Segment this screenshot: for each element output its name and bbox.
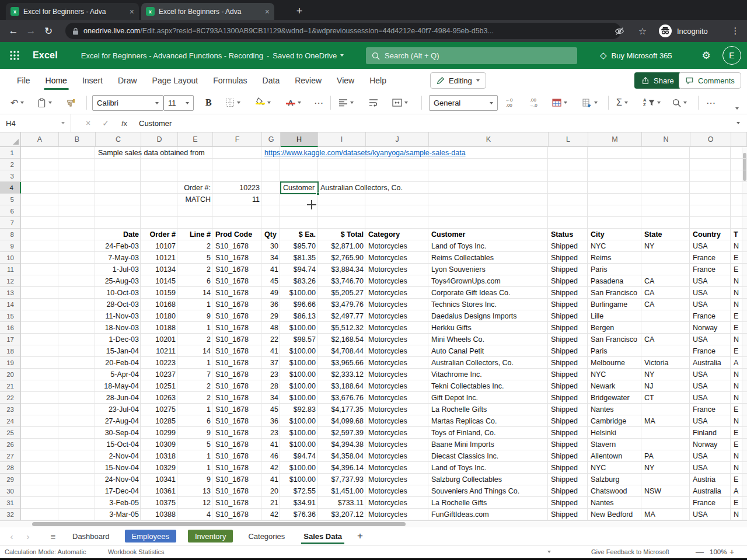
new-tab-button[interactable]: +: [292, 4, 307, 19]
table-cell[interactable]: 2: [178, 240, 213, 252]
table-cell[interactable]: $2,871.00: [318, 240, 366, 252]
close-tab-icon[interactable]: ×: [130, 7, 134, 16]
table-cell[interactable]: 10329: [141, 462, 178, 474]
table-cell[interactable]: A: [731, 357, 747, 369]
table-header-t[interactable]: T: [731, 229, 747, 240]
table-cell[interactable]: 10180: [141, 310, 178, 322]
share-button[interactable]: Share: [634, 72, 681, 89]
table-cell[interactable]: Vitachrome Inc.: [429, 369, 549, 380]
table-cell[interactable]: 34: [262, 392, 281, 404]
table-cell[interactable]: S10_1678: [213, 392, 262, 404]
table-cell[interactable]: 2: [178, 334, 213, 345]
table-header-category[interactable]: Category: [366, 229, 429, 240]
table-cell[interactable]: Shipped: [549, 380, 588, 392]
table-cell[interactable]: N: [731, 415, 747, 427]
table-cell[interactable]: Bridgewater: [588, 392, 642, 404]
table-cell[interactable]: France: [690, 264, 731, 275]
table-cell[interactable]: 9: [178, 427, 213, 439]
eye-slash-icon[interactable]: [612, 23, 627, 39]
table-cell[interactable]: Newark: [588, 380, 642, 392]
browser-tab-2[interactable]: x Excel for Beginners - Adva ×: [141, 3, 274, 20]
table-cell[interactable]: Shipped: [549, 275, 588, 287]
table-header-city[interactable]: City: [588, 229, 642, 240]
spreadsheet-cell-E4[interactable]: Order #:: [178, 182, 213, 194]
table-cell[interactable]: 5: [178, 439, 213, 450]
table-cell[interactable]: 10309: [141, 439, 178, 450]
sheet-tab-employees[interactable]: Employees: [125, 530, 176, 542]
column-header-J[interactable]: J: [366, 132, 429, 147]
table-cell[interactable]: Auto Canal Petit: [429, 345, 549, 357]
table-cell[interactable]: Shipped: [549, 392, 588, 404]
table-cell[interactable]: S10_1678: [213, 439, 262, 450]
table-cell[interactable]: S10_1678: [213, 450, 262, 462]
table-cell[interactable]: 10188: [141, 322, 178, 334]
table-cell[interactable]: $4,394.38: [318, 439, 366, 450]
table-cell[interactable]: Paris: [588, 345, 642, 357]
table-cell[interactable]: Australia: [690, 485, 731, 497]
column-header-E[interactable]: E: [178, 132, 213, 147]
fill-color-button[interactable]: [256, 92, 271, 114]
column-header-O[interactable]: O: [690, 132, 731, 147]
table-cell[interactable]: 10388: [141, 509, 178, 520]
column-header-A[interactable]: A: [21, 132, 59, 147]
table-cell[interactable]: 30: [262, 240, 281, 252]
table-cell[interactable]: NY: [642, 240, 690, 252]
table-cell[interactable]: $98.57: [281, 334, 318, 345]
table-cell[interactable]: 10201: [141, 334, 178, 345]
table-cell[interactable]: Stavern: [588, 439, 642, 450]
previous-sheet-icon[interactable]: ‹: [4, 531, 20, 541]
table-cell[interactable]: N: [731, 287, 747, 299]
table-cell[interactable]: Motorcycles: [366, 450, 429, 462]
table-cell[interactable]: $3,479.76: [318, 299, 366, 310]
table-cell[interactable]: 6: [178, 275, 213, 287]
horizontal-scrollbar-thumb[interactable]: [32, 522, 406, 526]
table-cell[interactable]: $81.35: [281, 252, 318, 264]
table-cell[interactable]: Motorcycles: [366, 427, 429, 439]
table-cell[interactable]: 10375: [141, 497, 178, 509]
zoom-level[interactable]: 100%: [710, 545, 727, 558]
table-cell[interactable]: Austria: [690, 474, 731, 485]
table-cell[interactable]: S10_1678: [213, 509, 262, 520]
table-cell[interactable]: Shipped: [549, 427, 588, 439]
table-cell[interactable]: 14: [178, 287, 213, 299]
table-cell[interactable]: 2-Nov-04: [96, 450, 141, 462]
table-cell[interactable]: 37: [262, 357, 281, 369]
status-chevron-icon[interactable]: [547, 545, 551, 558]
table-cell[interactable]: N: [731, 334, 747, 345]
table-cell[interactable]: USA: [690, 392, 731, 404]
add-sheet-button[interactable]: +: [357, 530, 363, 542]
table-cell[interactable]: Shipped: [549, 299, 588, 310]
table-cell[interactable]: $94.74: [281, 264, 318, 275]
forward-icon[interactable]: →: [22, 25, 40, 37]
table-cell[interactable]: CA: [642, 299, 690, 310]
table-cell[interactable]: USA: [690, 509, 731, 520]
table-cell[interactable]: $76.36: [281, 509, 318, 520]
table-cell[interactable]: 22: [262, 334, 281, 345]
table-header-qty[interactable]: Qty: [262, 229, 281, 240]
table-cell[interactable]: Burlingame: [588, 299, 642, 310]
table-cell[interactable]: N: [731, 299, 747, 310]
table-cell[interactable]: Salzburg: [588, 474, 642, 485]
name-box[interactable]: H4: [0, 114, 71, 132]
expand-formula-bar-icon[interactable]: [736, 122, 740, 124]
table-cell[interactable]: $3,884.34: [318, 264, 366, 275]
table-cell[interactable]: 10341: [141, 474, 178, 485]
fill-handle[interactable]: [316, 192, 320, 195]
table-cell[interactable]: USA: [690, 275, 731, 287]
table-cell[interactable]: S10_1678: [213, 310, 262, 322]
table-cell[interactable]: 15-Nov-04: [96, 462, 141, 474]
ribbon-tab-insert[interactable]: Insert: [75, 69, 110, 92]
table-cell[interactable]: $4,358.04: [318, 450, 366, 462]
table-cell[interactable]: Pasadena: [588, 275, 642, 287]
table-cell[interactable]: Motorcycles: [366, 497, 429, 509]
table-cell[interactable]: Shipped: [549, 369, 588, 380]
table-cell[interactable]: Shipped: [549, 345, 588, 357]
cancel-entry-icon[interactable]: ×: [79, 118, 97, 128]
table-cell[interactable]: $95.70: [281, 240, 318, 252]
table-cell[interactable]: 1-Dec-03: [96, 334, 141, 345]
table-cell[interactable]: $3,188.64: [318, 380, 366, 392]
table-cell[interactable]: 2: [178, 264, 213, 275]
column-header-M[interactable]: M: [588, 132, 642, 147]
table-cell[interactable]: $4,099.68: [318, 415, 366, 427]
table-cell[interactable]: Motorcycles: [366, 287, 429, 299]
